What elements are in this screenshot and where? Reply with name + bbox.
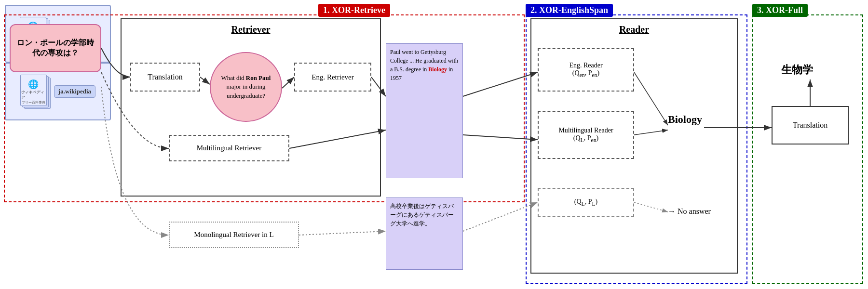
- retriever-title: Retriever: [122, 19, 380, 40]
- multilingual-reader-label: Multilingual Reader(QL, Pen): [558, 127, 613, 144]
- svg-line-6: [299, 231, 386, 235]
- xor-englishspan-label: 2. XOR-EnglishSpan: [526, 4, 613, 17]
- eng-reader-box: Eng. Reader(Qen, Pen): [538, 48, 634, 92]
- multilingual-retriever-box: Multilingual Retriever: [169, 135, 289, 161]
- reader-title: Reader: [531, 19, 737, 40]
- japanese-output: 生物学: [781, 63, 813, 77]
- japanese-text: 生物学: [781, 64, 813, 76]
- question-bubble-text: What did Ron Paul major in during underg…: [216, 74, 276, 100]
- passage-bottom-text: 高校卒業後はゲティスバーグにあるゲティスバーグ大学へ進学。: [390, 203, 454, 227]
- question-text: ロン・ポールの学部時代の専攻は？: [14, 38, 96, 58]
- translation-box-right: Translation: [772, 106, 849, 144]
- passage-top: Paul went to Gettysburg College ... He g…: [386, 43, 463, 178]
- translation-label: Translation: [148, 73, 182, 81]
- monolingual-retriever-label: Monolingual Retriever in L: [194, 231, 273, 239]
- main-diagram: 1. XOR-Retrieve 2. XOR-EnglishSpan 3. XO…: [0, 0, 868, 289]
- no-answer: → No answer: [668, 207, 711, 216]
- ql-pl-label: (QL, PL): [574, 198, 598, 207]
- ql-pl-box: (QL, PL): [538, 188, 634, 217]
- passage-top-text: Paul went to Gettysburg College ... He g…: [390, 49, 458, 81]
- multilingual-reader-box: Multilingual Reader(QL, Pen): [538, 111, 634, 159]
- biology-output: Biology: [668, 113, 702, 126]
- translation-box: Translation: [130, 63, 200, 92]
- biology-highlight: Biology: [428, 66, 447, 73]
- biology-text: Biology: [668, 113, 702, 125]
- no-answer-text: → No answer: [668, 207, 711, 215]
- xor-full-label: 3. XOR-Full: [752, 4, 808, 17]
- translation-right-label: Translation: [793, 121, 827, 130]
- xor-full-border: [752, 14, 863, 284]
- xor-retrieve-label: 1. XOR-Retrieve: [318, 4, 390, 17]
- question-box: ロン・ポールの学部時代の専攻は？: [10, 24, 101, 72]
- eng-reader-label: Eng. Reader(Qen, Pen): [569, 62, 602, 79]
- passage-bottom: 高校卒業後はゲティスバーグにあるゲティスバーグ大学へ進学。: [386, 197, 463, 270]
- question-bubble: What did Ron Paul major in during underg…: [210, 52, 282, 122]
- monolingual-retriever-box: Monolingual Retriever in L: [169, 222, 299, 248]
- eng-retriever-label: Eng. Retriever: [312, 73, 353, 81]
- multilingual-retriever-label: Multilingual Retriever: [197, 144, 262, 152]
- eng-retriever-box: Eng. Retriever: [294, 63, 371, 92]
